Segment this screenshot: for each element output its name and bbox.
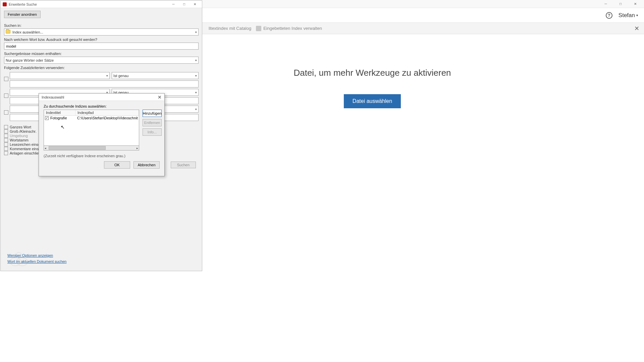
proximity-label: Umgebung [10, 134, 28, 138]
remove-button: Entfernen [143, 119, 162, 126]
criteria-value-input-1[interactable] [10, 80, 199, 87]
whole-word-label: Ganzes Wort [10, 125, 31, 129]
svg-point-1 [17, 258, 28, 266]
scroll-thumb[interactable] [49, 146, 106, 150]
dialog-title: Indexauswahl [42, 95, 64, 99]
folder-icon [6, 30, 10, 34]
search-in-value: Index auswählen... [12, 30, 43, 34]
criteria-row-1: ▾ Ist genau▾ [4, 72, 199, 87]
search-close-button[interactable]: ✕ [190, 1, 200, 7]
whole-word-checkbox[interactable] [4, 125, 8, 129]
embedded-index-item[interactable]: Eingebetteten Index verwalten [256, 26, 322, 31]
embedded-item-label: Eingebetteten Index verwalten [263, 26, 322, 31]
case-checkbox[interactable] [4, 129, 8, 133]
app-icon [3, 2, 7, 6]
stem-label: Wortstamm [10, 138, 29, 142]
criteria-label: Folgende Zusatzkriterien verwenden: [4, 66, 199, 70]
catalog-item-label: lltextindex mit Catalog [209, 26, 251, 31]
chevron-down-icon: ▾ [195, 108, 197, 111]
stem-checkbox[interactable] [4, 138, 8, 142]
attachments-checkbox[interactable] [4, 151, 8, 155]
index-row-path: C:\Users\Stefan\Desktop\Videoschnit [77, 116, 138, 120]
results-contain-value: Nur ganze Wörter oder Sätze [6, 58, 54, 62]
chevron-down-icon: ▾ [195, 74, 197, 77]
search-window-title: Erweiterte Suche [9, 2, 37, 6]
proximity-checkbox [4, 134, 8, 138]
search-footer: Weniger Optionen anzeigen Wort im aktuel… [4, 249, 199, 268]
bookmarks-checkbox[interactable] [4, 142, 8, 146]
criteria-match-dropdown-1[interactable]: Ist genau▾ [112, 72, 199, 79]
chevron-down-icon: ▾ [106, 74, 108, 77]
index-row[interactable]: Fotografie C:\Users\Stefan\Desktop\Video… [44, 116, 139, 120]
search-minimize-button[interactable]: ─ [168, 1, 178, 7]
results-contain-dropdown[interactable]: Nur ganze Wörter oder Sätze ▾ [4, 57, 199, 64]
dialog-close-icon[interactable]: ✕ [158, 95, 162, 100]
dialog-footer: OK Abbrechen [44, 161, 160, 169]
dialog-instruction: Zu durchsuchende Indizes auswählen: [44, 104, 160, 108]
case-label: Groß-/Kleinschr. [10, 129, 36, 133]
dialog-body: Zu durchsuchende Indizes auswählen: Inde… [39, 101, 164, 176]
catalog-index-item[interactable]: lltextindex mit Catalog [209, 26, 251, 31]
main-maximize-button[interactable]: □ [613, 0, 628, 8]
search-titlebar: Erweiterte Suche ─ □ ✕ [1, 1, 202, 8]
user-menu[interactable]: Stefan [619, 12, 638, 19]
comments-checkbox[interactable] [4, 147, 8, 151]
criteria-field-dropdown-1[interactable]: ▾ [10, 72, 110, 79]
svg-point-2 [16, 252, 21, 258]
help-icon[interactable]: ? [606, 12, 612, 19]
watermark-icon [9, 250, 29, 267]
index-col-path[interactable]: Indexpfad [75, 110, 139, 115]
search-maximize-button[interactable]: □ [179, 1, 189, 7]
chevron-down-icon: ▾ [195, 91, 197, 94]
index-row-checkbox[interactable] [45, 116, 49, 120]
embedded-index-icon [256, 26, 261, 31]
scroll-left-icon[interactable]: ◂ [45, 146, 46, 150]
info-button: Info... [143, 128, 162, 136]
dialog-hint: (Zurzeit nicht verfügbare Indexe erschei… [44, 154, 160, 158]
select-file-button[interactable]: Datei auswählen [344, 94, 401, 108]
main-content-text: Datei, um mehr Werkzeuge zu aktivieren [293, 68, 451, 78]
index-row-title: Fotografie [50, 116, 77, 120]
search-in-dropdown[interactable]: Index auswählen... ▾ [4, 28, 199, 36]
index-list[interactable]: Indextitel Indexpfad Fotografie C:\Users… [44, 110, 139, 146]
scroll-right-icon[interactable]: ▸ [137, 146, 138, 150]
index-col-title[interactable]: Indextitel [44, 110, 75, 115]
index-selection-dialog: Indexauswahl ✕ Zu durchsuchende Indizes … [39, 93, 165, 176]
chevron-down-icon: ▾ [195, 59, 197, 62]
search-word-input[interactable] [4, 43, 199, 50]
chevron-down-icon: ▾ [195, 31, 197, 34]
search-current-doc-link[interactable]: Wort im aktuellen Dokument suchen [7, 259, 195, 263]
dialog-side-buttons: Hinzufügen Entfernen Info... [143, 110, 162, 150]
criteria-checkbox-1[interactable] [4, 77, 8, 81]
ok-button[interactable]: OK [104, 161, 130, 169]
arrange-windows-button[interactable]: Fenster anordnen [4, 11, 41, 18]
criteria-checkbox-2[interactable] [4, 94, 8, 98]
dialog-titlebar: Indexauswahl ✕ [39, 94, 164, 101]
main-close-button[interactable]: ✕ [628, 0, 643, 8]
search-in-label: Suchen in: [4, 23, 199, 27]
svg-point-0 [10, 258, 21, 266]
add-button[interactable]: Hinzufügen [143, 110, 162, 117]
index-list-scrollbar[interactable]: ◂ ▸ [44, 146, 139, 150]
results-contain-label: Suchergebnisse müssen enthalten: [4, 52, 199, 56]
criteria-checkbox-3[interactable] [4, 110, 8, 115]
sub-toolbar-items: lltextindex mit Catalog Eingebetteten In… [209, 26, 322, 31]
search-word-label: Nach welchem Wort bzw. Ausdruck soll ges… [4, 38, 199, 42]
cancel-button[interactable]: Abbrechen [133, 161, 160, 169]
index-list-header: Indextitel Indexpfad [44, 110, 139, 116]
search-button[interactable]: Suchen [171, 162, 196, 168]
sub-toolbar-close-icon[interactable]: ✕ [634, 25, 639, 32]
main-minimize-button[interactable]: ─ [598, 0, 613, 8]
fewer-options-link[interactable]: Weniger Optionen anzeigen [7, 253, 195, 257]
